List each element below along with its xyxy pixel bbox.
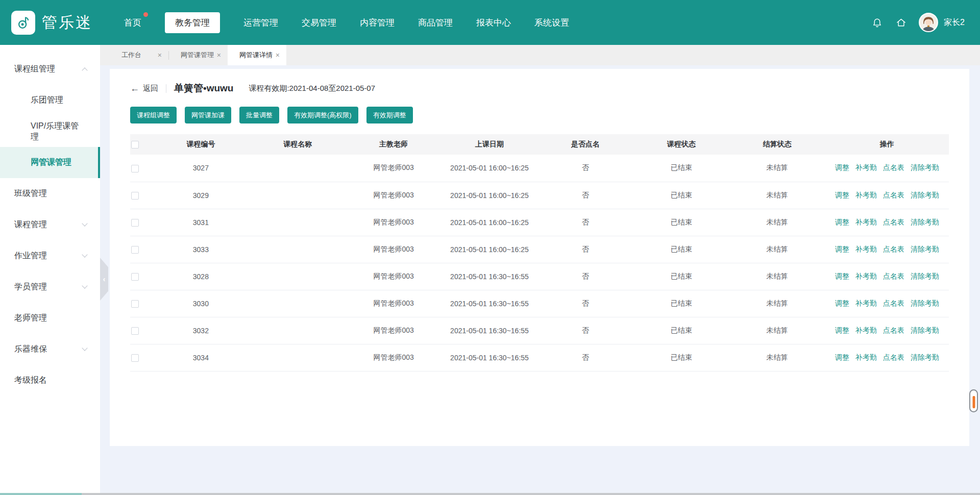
cell-rollcall: 否	[537, 182, 633, 209]
action-button-批量调整[interactable]: 批量调整	[239, 107, 279, 123]
cell-settle: 未结算	[729, 344, 825, 371]
nav-item-内容管理[interactable]: 内容管理	[360, 12, 395, 33]
table-row: 3030网管老师0032021-05-01 16:30~16:55否已结束未结算…	[130, 290, 949, 317]
row-action-清除考勤[interactable]: 清除考勤	[911, 326, 939, 334]
row-checkbox[interactable]	[131, 300, 139, 308]
row-action-补考勤[interactable]: 补考勤	[855, 191, 877, 199]
row-checkbox[interactable]	[131, 192, 139, 200]
row-action-补考勤[interactable]: 补考勤	[855, 326, 877, 334]
nav-item-教务管理[interactable]: 教务管理	[165, 12, 220, 33]
home-icon[interactable]	[895, 16, 907, 29]
row-checkbox[interactable]	[131, 165, 139, 172]
row-action-点名表[interactable]: 点名表	[883, 245, 904, 253]
sidebar-item-VIP/乐理课管理[interactable]: VIP/乐理课管理	[0, 116, 100, 147]
row-action-清除考勤[interactable]: 清除考勤	[911, 353, 939, 361]
tab-网管课管理[interactable]: 网管课管理×	[169, 45, 228, 65]
row-action-补考勤[interactable]: 补考勤	[855, 299, 877, 307]
row-action-调整[interactable]: 调整	[835, 218, 849, 226]
row-checkbox[interactable]	[131, 219, 139, 227]
row-action-清除考勤[interactable]: 清除考勤	[911, 163, 939, 171]
row-checkbox[interactable]	[131, 246, 139, 254]
divider	[166, 84, 166, 93]
bell-icon[interactable]	[871, 16, 883, 29]
vertical-scrollbar[interactable]	[969, 389, 978, 412]
row-action-补考勤[interactable]: 补考勤	[855, 272, 877, 280]
cell-teacher: 网管老师003	[346, 182, 442, 209]
cell-course-name	[250, 344, 346, 371]
action-button-课程组调整[interactable]: 课程组调整	[130, 107, 177, 123]
row-action-点名表[interactable]: 点名表	[883, 191, 904, 199]
sidebar-item-班级管理[interactable]: 班级管理	[0, 178, 100, 209]
sidebar-item-label: 乐团管理	[31, 95, 63, 106]
row-action-点名表[interactable]: 点名表	[883, 272, 904, 280]
sidebar-item-课程管理[interactable]: 课程管理	[0, 209, 100, 240]
sidebar-item-老师管理[interactable]: 老师管理	[0, 303, 100, 334]
row-action-补考勤[interactable]: 补考勤	[855, 245, 877, 253]
content-area: 工作台×网管课管理×网管课详情× ← 返回 单簧管•wuwu 课程有效期:202…	[100, 45, 980, 495]
action-button-有效期调整[interactable]: 有效期调整	[366, 107, 413, 123]
cell-date: 2021-05-01 16:00~16:25	[442, 209, 537, 236]
tab-label: 网管课管理	[181, 51, 214, 60]
top-nav: 首页教务管理运营管理交易管理内容管理商品管理报表中心系统设置	[124, 12, 569, 33]
row-action-调整[interactable]: 调整	[835, 272, 849, 280]
close-icon[interactable]: ×	[217, 52, 221, 59]
sidebar-item-乐器维保[interactable]: 乐器维保	[0, 334, 100, 365]
column-header-上课日期: 上课日期	[442, 134, 537, 155]
tab-工作台[interactable]: 工作台×	[110, 45, 168, 65]
brand[interactable]: 管乐迷	[11, 11, 92, 35]
row-action-调整[interactable]: 调整	[835, 326, 849, 334]
row-action-清除考勤[interactable]: 清除考勤	[911, 299, 939, 307]
sidebar-item-乐团管理[interactable]: 乐团管理	[0, 85, 100, 116]
cell-operations: 调整补考勤点名表清除考勤	[825, 236, 949, 263]
row-action-清除考勤[interactable]: 清除考勤	[911, 245, 939, 253]
row-action-点名表[interactable]: 点名表	[883, 326, 904, 334]
horizontal-scrollbar[interactable]	[0, 493, 980, 495]
row-action-清除考勤[interactable]: 清除考勤	[911, 272, 939, 280]
username[interactable]: 家长2	[944, 17, 965, 28]
row-action-清除考勤[interactable]: 清除考勤	[911, 191, 939, 199]
row-action-点名表[interactable]: 点名表	[883, 218, 904, 226]
nav-item-交易管理[interactable]: 交易管理	[302, 12, 336, 33]
nav-item-报表中心[interactable]: 报表中心	[476, 12, 511, 33]
sidebar-item-课程组管理[interactable]: 课程组管理	[0, 54, 100, 85]
page-title: 单簧管•wuwu	[174, 82, 233, 95]
sidebar-item-label: 课程管理	[14, 219, 47, 230]
row-action-补考勤[interactable]: 补考勤	[855, 218, 877, 226]
row-action-调整[interactable]: 调整	[835, 353, 849, 361]
row-action-点名表[interactable]: 点名表	[883, 163, 904, 171]
nav-item-运营管理[interactable]: 运营管理	[243, 12, 278, 33]
close-icon[interactable]: ×	[276, 52, 280, 59]
sidebar-item-label: 老师管理	[14, 313, 47, 324]
avatar[interactable]	[919, 13, 938, 32]
nav-item-系统设置[interactable]: 系统设置	[534, 12, 569, 33]
row-action-补考勤[interactable]: 补考勤	[855, 163, 877, 171]
row-action-点名表[interactable]: 点名表	[883, 299, 904, 307]
nav-item-首页[interactable]: 首页	[124, 12, 141, 33]
cell-date: 2021-05-01 16:30~16:55	[442, 344, 537, 371]
row-checkbox[interactable]	[131, 327, 139, 335]
row-action-调整[interactable]: 调整	[835, 163, 849, 171]
row-checkbox[interactable]	[131, 273, 139, 281]
action-button-网管课加课[interactable]: 网管课加课	[185, 107, 231, 123]
chevron-down-icon	[82, 283, 87, 288]
row-action-调整[interactable]: 调整	[835, 245, 849, 253]
row-action-点名表[interactable]: 点名表	[883, 353, 904, 361]
sidebar-item-作业管理[interactable]: 作业管理	[0, 240, 100, 271]
chevron-down-icon	[82, 252, 87, 257]
sidebar-item-网管课管理[interactable]: 网管课管理	[0, 147, 100, 178]
row-action-调整[interactable]: 调整	[835, 191, 849, 199]
tab-网管课详情[interactable]: 网管课详情×	[228, 45, 286, 65]
close-icon[interactable]: ×	[158, 52, 162, 59]
select-all-checkbox[interactable]	[131, 141, 139, 148]
back-button[interactable]: ← 返回	[130, 84, 158, 93]
row-action-补考勤[interactable]: 补考勤	[855, 353, 877, 361]
row-action-清除考勤[interactable]: 清除考勤	[911, 218, 939, 226]
row-action-调整[interactable]: 调整	[835, 299, 849, 307]
action-button-有效期调整(高权限)[interactable]: 有效期调整(高权限)	[287, 107, 358, 123]
cell-course-id: 3030	[152, 290, 250, 317]
sidebar-item-考级报名[interactable]: 考级报名	[0, 365, 100, 396]
table-header-row: 课程编号课程名称主教老师上课日期是否点名课程状态结算状态操作	[130, 134, 949, 155]
sidebar-item-学员管理[interactable]: 学员管理	[0, 271, 100, 303]
row-checkbox[interactable]	[131, 354, 139, 362]
nav-item-商品管理[interactable]: 商品管理	[418, 12, 453, 33]
